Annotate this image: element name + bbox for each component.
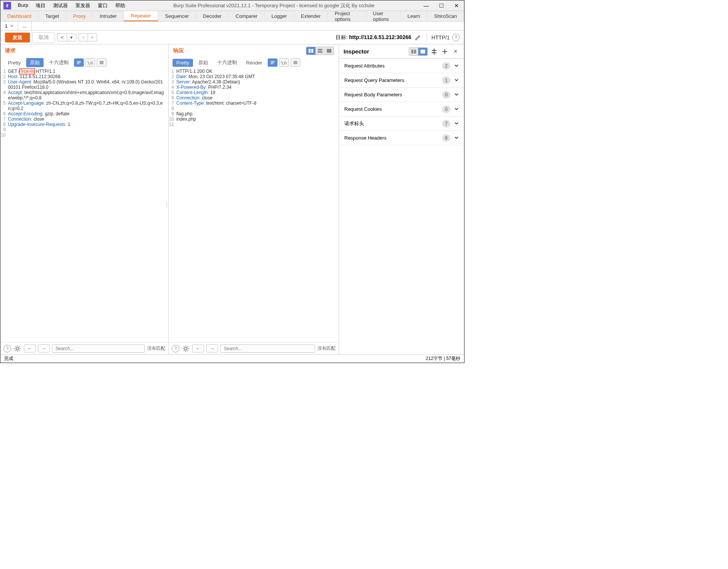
main-tab-user-options[interactable]: User options [366, 11, 401, 21]
editor-line[interactable]: 1GET /?rce=ls HTTP/1.1 [0, 69, 168, 74]
editor-line[interactable]: 10 [0, 132, 168, 138]
nav-forward-button[interactable]: > [78, 33, 88, 41]
view-tab-render[interactable]: Render [242, 59, 266, 67]
menu-window[interactable]: 窗口 [94, 2, 111, 9]
response-search-input[interactable] [220, 344, 315, 353]
editor-line[interactable]: 3User-Agent: Mozilla/5.0 (Windows NT 10.… [0, 79, 168, 90]
line-number: 10 [169, 116, 176, 122]
subtab-1[interactable]: ... [18, 22, 31, 30]
view-hamburger-icon[interactable] [97, 58, 107, 67]
request-editor[interactable]: ⋮⋮ 1GET /?rce=ls HTTP/1.12Host: 112.6.51… [0, 68, 168, 342]
view-tab-十六进制[interactable]: 十六进制 [213, 58, 241, 67]
layout-rows-icon[interactable] [315, 47, 325, 55]
menu-tester[interactable]: 测试器 [49, 2, 72, 9]
request-help-icon[interactable]: ? [3, 345, 11, 352]
inspector-expand-icon[interactable] [430, 47, 438, 56]
layout-single-icon[interactable] [325, 47, 334, 55]
view-newline-icon[interactable]: \n [85, 58, 95, 67]
request-settings-icon[interactable] [13, 344, 22, 353]
main-tab-comparer[interactable]: Comparer [229, 11, 265, 21]
editor-line[interactable]: 2Date: Mon, 23 Oct 2023 07:35:48 GMT [169, 74, 339, 79]
request-prev-match[interactable]: ← [24, 344, 36, 352]
inspector-item-4[interactable]: 请求标头7 [339, 116, 464, 131]
view-hamburger-icon[interactable] [290, 58, 300, 67]
close-button[interactable]: ✕ [449, 0, 464, 11]
inspector-item-2[interactable]: Request Body Parameters0 [339, 88, 464, 102]
inspector-item-5[interactable]: Response Headers6 [339, 131, 464, 145]
subtab-close-icon[interactable]: ✕ [10, 24, 13, 28]
main-tab-shiroscan[interactable]: ShiroScan [427, 11, 464, 21]
editor-line[interactable]: 6Connection: close [169, 95, 339, 101]
editor-line[interactable]: 5Accept-Language: zh-CN,zh;q=0.8,zh-TW;q… [0, 101, 168, 111]
edit-target-icon[interactable] [414, 33, 422, 42]
editor-line[interactable]: 3Server: Apache/2.4.38 (Debian) [169, 79, 339, 85]
main-tab-logger[interactable]: Logger [265, 11, 294, 21]
editor-line[interactable]: 4X-Powered-By: PHP/7.2.34 [169, 85, 339, 90]
editor-line[interactable]: 7Connection: close [0, 116, 168, 122]
response-help-icon[interactable]: ? [172, 345, 179, 352]
editor-line[interactable]: 5Content-Length: 19 [169, 90, 339, 95]
editor-line[interactable]: 4Accept: text/html,application/xhtml+xml… [0, 90, 168, 101]
main-tab-learn[interactable]: Learn [401, 11, 427, 21]
resize-handle-icon[interactable]: ⋮⋮ [164, 203, 168, 207]
main-tab-intruder[interactable]: Intruder [93, 11, 124, 21]
help-icon[interactable]: ? [452, 34, 460, 41]
nav-forward-dropdown[interactable]: ▾ [88, 33, 97, 41]
response-next-match[interactable]: → [206, 344, 218, 352]
inspector-item-3[interactable]: Request Cookies0 [339, 102, 464, 116]
request-next-match[interactable]: → [38, 344, 50, 352]
main-tab-decoder[interactable]: Decoder [196, 11, 229, 21]
nav-back-button[interactable]: < [57, 33, 67, 41]
editor-line[interactable]: 10index.php [169, 116, 339, 122]
view-tab-pretty[interactable]: Pretty [173, 59, 193, 67]
editor-line[interactable]: 7Content-Type: text/html; charset=UTF-8 [169, 101, 339, 106]
inspector-layout-b-icon[interactable] [418, 48, 427, 55]
line-number: 6 [0, 111, 8, 116]
subtab-0[interactable]: 1✕ [0, 22, 18, 30]
editor-line[interactable]: 2Host: 112.6.51.212:30266 [0, 74, 168, 79]
main-tab-sequencer[interactable]: Sequencer [158, 11, 196, 21]
editor-line[interactable]: 9 [0, 127, 168, 132]
main-tab-extender[interactable]: Extender [294, 11, 328, 21]
menu-burp[interactable]: Burp [14, 2, 32, 9]
view-toggle-wrap-icon[interactable] [74, 58, 84, 67]
send-button[interactable]: 发送 [5, 33, 30, 42]
layout-columns-icon[interactable] [306, 47, 315, 55]
menu-project[interactable]: 项目 [32, 2, 49, 9]
response-settings-icon[interactable] [182, 344, 190, 353]
nav-back-dropdown[interactable]: ▾ [67, 33, 76, 41]
main-tab-proxy[interactable]: Proxy [66, 11, 93, 21]
response-prev-match[interactable]: ← [192, 344, 204, 352]
main-tab-target[interactable]: Target [39, 11, 66, 21]
view-tab-原始[interactable]: 原始 [26, 58, 44, 67]
inspector-close-icon[interactable]: ✕ [451, 47, 460, 56]
inspector-item-0[interactable]: Request Attributes2 [339, 59, 464, 73]
editor-line[interactable]: 6Accept-Encoding: gzip, deflate [0, 111, 168, 116]
main-tab-repeater[interactable]: Repeater [124, 11, 158, 21]
menu-repeater[interactable]: 重发器 [72, 2, 94, 9]
view-tab-十六进制[interactable]: 十六进制 [45, 58, 72, 67]
http-version[interactable]: HTTP/1 [431, 35, 450, 41]
view-newline-icon[interactable]: \n [279, 58, 289, 67]
request-no-match: 没有匹配 [147, 345, 165, 352]
cancel-button[interactable]: 取消 [32, 32, 55, 43]
request-search-input[interactable] [52, 344, 145, 353]
menu-help[interactable]: 帮助 [111, 2, 129, 9]
editor-line[interactable]: 8 [169, 106, 339, 111]
main-tab-dashboard[interactable]: Dashboard [0, 11, 39, 21]
inspector-layout-a-icon[interactable] [409, 48, 418, 55]
view-tab-原始[interactable]: 原始 [195, 58, 212, 67]
editor-line[interactable]: 11 [169, 122, 339, 127]
inspector-collapse-icon[interactable] [441, 47, 449, 56]
minimize-button[interactable]: — [419, 0, 434, 11]
inspector-item-1[interactable]: Request Query Parameters1 [339, 73, 464, 88]
editor-line[interactable]: 9flag.php [169, 111, 339, 116]
view-toggle-wrap-icon[interactable] [268, 58, 278, 67]
editor-line[interactable]: 1HTTP/1.1 200 OK [169, 69, 339, 74]
line-number: 5 [0, 101, 8, 111]
view-tab-pretty[interactable]: Pretty [4, 59, 25, 67]
response-editor[interactable]: 1HTTP/1.1 200 OK2Date: Mon, 23 Oct 2023 … [169, 68, 339, 342]
maximize-button[interactable]: ☐ [434, 0, 449, 11]
editor-line[interactable]: 8Upgrade-Insecure-Requests: 1 [0, 122, 168, 127]
main-tab-project-options[interactable]: Project options [328, 11, 366, 21]
